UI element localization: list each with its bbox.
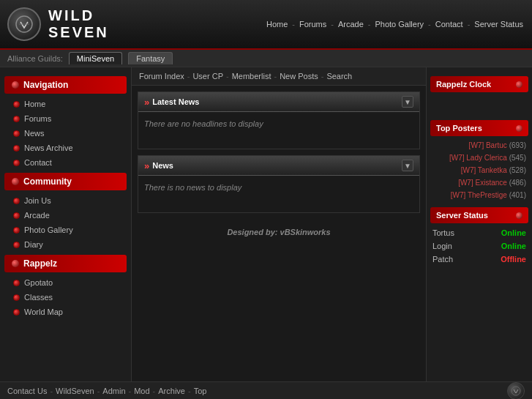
main-content: Forum Index - User CP - Memberlist - New…: [132, 67, 426, 381]
server-row-tortus: Tortus Online: [427, 226, 532, 239]
left-sidebar: Navigation Home Forums News News Archive…: [0, 67, 132, 381]
sidebar-item-gpotato[interactable]: Gpotato: [0, 275, 131, 290]
footer-wildseven[interactable]: WildSeven: [56, 387, 94, 395]
nav-photo-gallery[interactable]: Photo Gallery: [373, 20, 425, 29]
top-poster-3[interactable]: [W7] Tanketka (528): [427, 164, 532, 176]
search-link[interactable]: Search: [326, 72, 352, 81]
news-header: News ▼: [138, 156, 419, 176]
content-inner: Latest News ▼ There are no headlines to …: [132, 86, 426, 242]
nav-arcade[interactable]: Arcade: [337, 20, 365, 29]
rappelz-clock-header: Rappelz Clock: [430, 76, 528, 92]
sidebar-nav-header: Navigation: [4, 76, 127, 94]
news-body: There is no news to display: [138, 176, 419, 212]
site-title: WILD SEVEN: [48, 7, 161, 41]
designed-by: Designed by: vBSkinworks: [138, 228, 420, 236]
footer-admin[interactable]: Admin: [102, 387, 125, 395]
footer: Contact Us - WildSeven - Admin - Mod - A…: [0, 381, 532, 399]
sidebar-item-news[interactable]: News: [0, 126, 131, 141]
latest-news-body: There are no headlines to display: [138, 112, 419, 149]
server-status-header: Server Status: [430, 207, 528, 223]
nav-forums[interactable]: Forums: [298, 20, 328, 29]
sidebar-item-forums[interactable]: Forums: [0, 111, 131, 126]
memberlist-link[interactable]: Memberlist: [232, 72, 271, 81]
logo-area: WILD SEVEN: [0, 7, 161, 41]
sidebar-item-arcade[interactable]: Arcade: [0, 208, 131, 223]
nav-home[interactable]: Home: [265, 20, 289, 29]
guild-bar-label: Alliance Guilds:: [7, 54, 63, 63]
sidebar-item-news-archive[interactable]: News Archive: [0, 141, 131, 155]
svg-point-1: [512, 387, 520, 395]
sidebar-item-home[interactable]: Home: [0, 97, 131, 111]
nav-contact[interactable]: Contact: [434, 20, 465, 29]
top-poster-4[interactable]: [W7] Existance (486): [427, 176, 532, 189]
top-posters-header: Top Posters: [430, 120, 528, 136]
forum-nav-bar: Forum Index - User CP - Memberlist - New…: [132, 67, 426, 86]
sidebar-community-header: Community: [4, 173, 127, 190]
sidebar-item-diary[interactable]: Diary: [0, 237, 131, 252]
top-poster-1[interactable]: [W7] Bartuc (693): [427, 139, 532, 152]
user-cp-link[interactable]: User CP: [192, 72, 223, 81]
logo-icon: [7, 7, 41, 41]
top-poster-2[interactable]: [W7] Lady Clerica (545): [427, 152, 532, 164]
right-sidebar: Rappelz Clock Top Posters [W7] Bartuc (6…: [426, 67, 532, 381]
new-posts-link[interactable]: New Posts: [280, 72, 318, 81]
sidebar-rappelz-header: Rappelz: [4, 255, 127, 272]
footer-mod[interactable]: Mod: [134, 387, 149, 395]
rappelz-clock-area: [427, 95, 532, 117]
sidebar-item-contact[interactable]: Contact: [0, 155, 131, 170]
header: WILD SEVEN Home - Forums - Arcade - Phot…: [0, 0, 532, 50]
footer-contact-us[interactable]: Contact Us: [7, 387, 47, 395]
latest-news-block: Latest News ▼ There are no headlines to …: [138, 92, 420, 149]
nav-server-status[interactable]: Server Status: [473, 20, 525, 29]
footer-links: Contact Us - WildSeven - Admin - Mod - A…: [7, 387, 206, 395]
latest-news-title: Latest News: [144, 97, 199, 108]
guild-tab-fantasy[interactable]: Fantasy: [128, 52, 173, 64]
sidebar-item-photo-gallery[interactable]: Photo Gallery: [0, 223, 131, 237]
forum-index-link[interactable]: Forum Index: [139, 72, 184, 81]
server-row-patch: Patch Offline: [427, 253, 532, 266]
footer-top[interactable]: Top: [194, 387, 207, 395]
news-expand-btn[interactable]: ▼: [402, 160, 413, 171]
sidebar-item-world-map[interactable]: World Map: [0, 305, 131, 319]
top-poster-5[interactable]: [W7] ThePrestige (401): [427, 189, 532, 201]
latest-news-expand-btn[interactable]: ▼: [402, 96, 413, 108]
latest-news-header: Latest News ▼: [138, 92, 419, 112]
main-navigation: Home - Forums - Arcade - Photo Gallery -…: [265, 20, 525, 29]
guild-tab-miniseven[interactable]: MiniSeven: [69, 52, 122, 64]
footer-logo-icon: [507, 382, 525, 400]
news-block: News ▼ There is no news to display: [138, 155, 420, 213]
footer-archive[interactable]: Archive: [158, 387, 185, 395]
news-title: News: [144, 160, 173, 171]
sidebar-item-join-us[interactable]: Join Us: [0, 193, 131, 208]
main-layout: Navigation Home Forums News News Archive…: [0, 67, 532, 381]
server-row-login: Login Online: [427, 239, 532, 253]
sidebar-item-classes[interactable]: Classes: [0, 290, 131, 305]
guild-bar: Alliance Guilds: MiniSeven Fantasy: [0, 50, 532, 67]
